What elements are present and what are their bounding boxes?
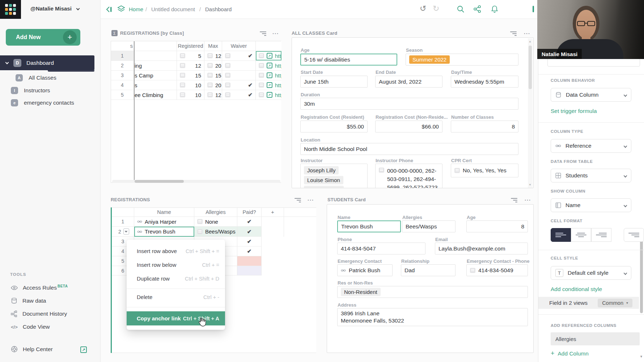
cpr-cert-field[interactable]: No, Yes, Yes, Yes [451, 164, 518, 177]
start-date-field[interactable]: June 15th [300, 76, 368, 88]
max-cell[interactable]: 20 [204, 61, 222, 71]
add-new-button[interactable]: Add New + [6, 29, 80, 46]
registered-cell[interactable]: 5 [177, 51, 204, 61]
header-registered[interactable]: Registered [177, 41, 204, 51]
breadcrumb-page[interactable]: Dashboard [205, 6, 232, 12]
menu-item-delete[interactable]: DeleteCtrl + - [127, 290, 225, 304]
email-field[interactable]: Layla.Bush@example.com [435, 243, 528, 254]
sidebar-item-emergency-contacts[interactable]: e emergency contacts [11, 99, 74, 106]
emergency-contact-field[interactable]: Patrick Bush [337, 264, 393, 276]
filter-icon[interactable] [510, 197, 517, 203]
waiver-cell[interactable]: ✔ [222, 51, 256, 61]
name-cell[interactable]: s [134, 80, 177, 90]
collapse-sidebar-icon[interactable] [105, 6, 112, 13]
link-cell[interactable]: ↗https [256, 51, 281, 61]
header-name[interactable]: Name [134, 207, 194, 217]
instructor-phone-field[interactable]: 000-000-0000, 262-503-0911, 262-494-5699… [375, 164, 442, 188]
row-number[interactable]: 3 [111, 71, 134, 80]
widget-menu-icon[interactable]: ··· [272, 30, 279, 37]
row-expand-button[interactable] [123, 228, 129, 235]
link-cell[interactable]: ↗https [256, 71, 281, 80]
row-number[interactable]: 2 [111, 61, 134, 71]
sidebar-item-all-classes[interactable]: A All Classes [16, 74, 56, 81]
sidebar-item-raw-data[interactable]: Raw data [11, 298, 46, 304]
row-number[interactable]: 1 [112, 217, 134, 227]
registered-cell[interactable]: 10 [177, 90, 204, 100]
scroll-down-icon[interactable]: ▼ [529, 183, 531, 186]
add-column-header[interactable]: + [262, 207, 284, 217]
max-cell[interactable]: 15 [204, 71, 222, 80]
sidebar-item-code-view[interactable]: </> Code View [11, 324, 50, 330]
scrollbar-thumb[interactable] [529, 46, 532, 89]
res-or-non-res-field[interactable]: Non-Resident [337, 286, 528, 298]
row-number[interactable]: 5 [111, 90, 134, 100]
wrap-text-button[interactable] [624, 228, 644, 242]
align-left-button[interactable] [551, 228, 571, 242]
name-field[interactable]: Trevon Bush [337, 220, 401, 232]
waiver-cell[interactable] [222, 71, 256, 80]
name-cell[interactable]: ee Climbing [134, 90, 177, 100]
breadcrumb-home[interactable]: Home [129, 6, 143, 12]
link-cell[interactable]: ↗https [256, 80, 281, 90]
season-field[interactable]: Summer 2022 [406, 54, 518, 66]
waiver-cell[interactable]: ✔ [222, 90, 256, 100]
link-cell[interactable]: ↗https [256, 61, 281, 71]
waiver-cell[interactable] [222, 61, 256, 71]
header-allergies[interactable]: Allergies [194, 207, 237, 217]
column-behavior-select[interactable]: Data Column [551, 88, 631, 102]
frozen-column-divider[interactable] [134, 41, 135, 180]
row-number[interactable]: 4 [111, 80, 134, 90]
name-cell[interactable]: Aniya Harper [134, 217, 194, 227]
sidebar-item-dashboard[interactable]: D Dashboard [0, 55, 94, 70]
breadcrumb-document[interactable]: Untitled document [151, 6, 195, 12]
header-row-number[interactable] [112, 207, 134, 217]
max-cell[interactable]: 20 [204, 80, 222, 90]
horizontal-scrollbar-thumb[interactable] [135, 180, 184, 183]
menu-item-insert-row-above[interactable]: Insert row aboveCtrl + Shift + = [127, 244, 225, 258]
cost-resident-field[interactable]: $55.00 [300, 121, 368, 132]
redo-icon[interactable]: ↻ [433, 5, 439, 13]
max-cell[interactable]: 12 [204, 90, 222, 100]
header-link[interactable] [256, 41, 281, 51]
widget-menu-icon[interactable]: ··· [308, 197, 314, 203]
day-time-field[interactable]: Wednesday 5:55pm [451, 76, 518, 88]
waiver-cell[interactable]: ✔ [222, 80, 256, 90]
row-number[interactable]: 2 [112, 227, 134, 237]
sidebar-item-access-rules[interactable]: Access RulesBETA [11, 285, 68, 291]
filter-icon[interactable] [259, 30, 266, 36]
cell-style-select[interactable]: T Default cell style [551, 266, 631, 280]
menu-item-duplicate-row[interactable]: Duplicate rowCtrl + Shift + D [127, 272, 225, 286]
sidebar-item-instructors[interactable]: I Instructors [11, 87, 50, 94]
sidebar-item-document-history[interactable]: Document History [11, 311, 67, 317]
align-center-button[interactable] [571, 228, 591, 242]
header-name[interactable] [134, 41, 177, 51]
add-column-button[interactable]: + Add Column [551, 350, 589, 357]
registered-cell[interactable]: 12 [177, 61, 204, 71]
number-of-classes-field[interactable]: 8 [451, 121, 518, 132]
external-link-icon[interactable]: ↗ [80, 346, 87, 353]
panel-scrollbar-thumb[interactable] [640, 232, 643, 313]
paid-cell[interactable]: ✔ [237, 217, 262, 227]
scroll-up-icon[interactable]: ▲ [529, 40, 531, 43]
paid-cell-unpaid[interactable] [237, 256, 262, 266]
referenced-column-item[interactable]: Allergies [551, 332, 640, 345]
name-cell[interactable]: s Camp [134, 71, 177, 80]
end-date-field[interactable]: August 3rd, 2022 [375, 76, 442, 88]
menu-item-insert-row-below[interactable]: Insert row belowCtrl + = [127, 258, 225, 272]
column-type-select[interactable]: Reference [551, 139, 631, 153]
paid-cell[interactable]: ✔ [237, 227, 262, 237]
name-cell[interactable]: ing [134, 61, 177, 71]
location-field[interactable]: North Middle School Pool [300, 143, 518, 155]
name-cell[interactable]: Trevon Bush [134, 227, 194, 237]
webcam-video[interactable]: Natalie Misasi [537, 0, 644, 59]
widget-menu-icon[interactable]: ··· [524, 30, 530, 37]
show-column-select[interactable]: Name [551, 198, 631, 212]
relationship-field[interactable]: Dad [401, 264, 456, 276]
add-conditional-style-link[interactable]: Add conditional style [551, 286, 602, 292]
max-cell[interactable]: 12 [204, 51, 222, 61]
duration-field[interactable]: 30m [300, 98, 518, 110]
header-paid[interactable]: Paid? [237, 207, 262, 217]
undo-icon[interactable]: ↺ [420, 5, 426, 13]
instructor-field[interactable]: Joseph Lilly Louise Simon [300, 164, 368, 188]
empty-cell[interactable] [262, 227, 284, 237]
